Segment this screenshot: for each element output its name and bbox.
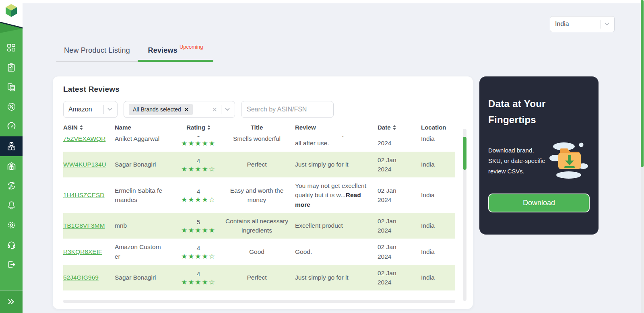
tab-label: New Product Listing xyxy=(64,46,130,55)
marketplace-select[interactable]: Amazon xyxy=(63,101,118,118)
sidebar-item-dashboard[interactable] xyxy=(0,38,23,58)
cube-logo-icon xyxy=(4,3,19,18)
asin-link[interactable]: 52J4GIG969 xyxy=(63,274,99,281)
table-horizontal-scrollbar[interactable] xyxy=(63,300,455,303)
table-scrollbar-thumb[interactable] xyxy=(463,137,466,170)
table-row: WW4KUP134U Sagar Bonagiri 4 ★★★★☆ Perfec… xyxy=(63,152,455,178)
latest-reviews-panel: Latest Reviews Amazon All Brands selecte… xyxy=(53,76,473,309)
reviewer-name: mnb xyxy=(115,221,178,230)
sort-icon[interactable] xyxy=(207,125,211,130)
sidebar-item-logout[interactable] xyxy=(0,255,23,274)
search-input[interactable] xyxy=(247,101,328,117)
chip-label: All Brands selected xyxy=(133,106,181,113)
review-text: You may not get excellent quality but it… xyxy=(295,181,378,209)
sidebar-expand-button[interactable] xyxy=(0,290,23,313)
dashboard-grid-icon xyxy=(6,43,16,53)
sidebar-diagonal-decor xyxy=(0,21,23,33)
review-date: 02 Jan 2024 xyxy=(378,136,421,148)
review-location: India xyxy=(421,247,455,256)
sidebar-item-notifications[interactable] xyxy=(0,196,23,215)
column-header-rating[interactable]: Rating xyxy=(178,124,219,131)
sidebar-item-settings[interactable] xyxy=(0,215,23,235)
marketplace-value: Amazon xyxy=(68,106,92,113)
sidebar-item-payments[interactable]: $ xyxy=(0,176,23,196)
rating-cell: 4 ★★★★☆ xyxy=(178,243,219,260)
star-rating: ★★★★☆ xyxy=(178,278,219,286)
review-date: 02 Jan 2024 xyxy=(378,242,421,261)
asin-link[interactable]: 75ZVEXAWQR xyxy=(63,136,105,142)
column-header-asin[interactable]: ASIN xyxy=(63,124,115,131)
reviewer-name: Sagar Bonagiri xyxy=(115,160,178,169)
filters-row: Amazon All Brands selected ✕ ✕ xyxy=(63,101,334,118)
review-title: Perfect xyxy=(219,273,295,282)
download-button[interactable]: Download xyxy=(488,194,590,212)
table-header: ASIN Name Rating Title Review Date Locat… xyxy=(63,124,455,131)
country-selector[interactable]: India xyxy=(550,16,615,32)
sidebar-item-billing[interactable] xyxy=(0,77,23,97)
page-scrollbar-thumb[interactable] xyxy=(641,0,644,167)
cubes-icon xyxy=(6,141,17,151)
select-divider xyxy=(601,20,601,29)
tab-bar: New Product Listing Reviews Upcoming xyxy=(56,39,213,62)
reviewer-name: Amazon Customer xyxy=(115,242,178,261)
sort-icon[interactable] xyxy=(80,125,83,130)
chip-remove-icon[interactable]: ✕ xyxy=(184,107,189,113)
svg-text:$: $ xyxy=(10,184,12,188)
column-header-date[interactable]: Date xyxy=(378,124,421,131)
selected-brands-chip: All Brands selected ✕ xyxy=(129,104,193,115)
asin-link[interactable]: R3KQR8XEIF xyxy=(63,248,102,255)
table-row: 75ZVEXAWQR Aniket Aggarwal 5 ★★★★★ Smell… xyxy=(63,136,455,152)
table-row: R3KQR8XEIF Amazon Customer 4 ★★★★☆ Good … xyxy=(63,239,455,265)
clear-selection-icon[interactable]: ✕ xyxy=(212,106,217,113)
reviewer-name: Aniket Aggarwal xyxy=(115,136,178,143)
review-location: India xyxy=(421,221,455,230)
review-text: Good. xyxy=(295,247,378,256)
review-text: Doesn't cause dryness at all after use. xyxy=(295,136,378,148)
discount-badge-icon xyxy=(6,102,17,112)
column-header-title: Title xyxy=(219,124,295,131)
review-location: India xyxy=(421,190,455,200)
table-scroll-area[interactable]: 75ZVEXAWQR Aniket Aggarwal 5 ★★★★★ Smell… xyxy=(63,136,455,297)
review-date: 02 Jan 2024 xyxy=(378,216,421,235)
sidebar-nav: $ xyxy=(0,38,23,274)
star-rating: ★★★★★ xyxy=(178,140,219,147)
review-title: Good xyxy=(219,247,295,256)
invoice-calculator-icon xyxy=(6,82,16,92)
reviewer-name: Ermelin Sabita fernandes xyxy=(115,186,178,205)
gear-icon xyxy=(6,220,17,230)
review-title: Smells wonderful xyxy=(219,136,295,143)
currency-sync-icon: $ xyxy=(6,181,17,191)
double-chevron-right-icon xyxy=(6,297,17,307)
tab-reviews[interactable]: Reviews Upcoming xyxy=(138,39,213,62)
asin-link[interactable]: 1H4HSZCESD xyxy=(63,192,105,198)
select-divider xyxy=(103,105,104,114)
review-date: 02 Jan 2024 xyxy=(378,155,421,174)
chevron-down-icon xyxy=(225,108,230,111)
warehouse-icon xyxy=(6,161,17,171)
review-date: 02 Jan 2024 xyxy=(378,186,421,205)
tab-label: Reviews xyxy=(148,46,178,55)
brands-multiselect[interactable]: All Brands selected ✕ ✕ xyxy=(124,101,235,118)
sidebar-item-performance[interactable] xyxy=(0,117,23,136)
sidebar-item-offers[interactable] xyxy=(0,97,23,117)
sidebar-item-warehouse[interactable] xyxy=(0,156,23,176)
logout-icon xyxy=(6,259,17,270)
review-title: Easy and worth the money xyxy=(219,186,295,205)
asin-link[interactable]: TB1G8VF3MM xyxy=(63,222,105,229)
star-rating: ★★★★☆ xyxy=(178,196,219,204)
rating-cell: 5 ★★★★★ xyxy=(178,136,219,147)
app-logo[interactable] xyxy=(0,0,23,21)
sidebar-item-listings[interactable] xyxy=(0,58,23,77)
promo-title: Data at Your Fingertips xyxy=(488,96,573,128)
column-header-location: Location xyxy=(421,124,455,131)
sort-icon[interactable] xyxy=(393,125,396,130)
review-title: Perfect xyxy=(219,160,295,169)
asin-link[interactable]: WW4KUP134U xyxy=(63,161,106,168)
sidebar-item-products[interactable] xyxy=(0,136,23,156)
tab-new-product-listing[interactable]: New Product Listing xyxy=(56,39,138,62)
sidebar-item-support[interactable] xyxy=(0,235,23,255)
review-date: 02 Jan 2024 xyxy=(378,268,421,287)
column-header-review: Review xyxy=(295,124,378,131)
chevron-down-icon xyxy=(107,108,112,111)
review-location: India xyxy=(421,160,455,169)
